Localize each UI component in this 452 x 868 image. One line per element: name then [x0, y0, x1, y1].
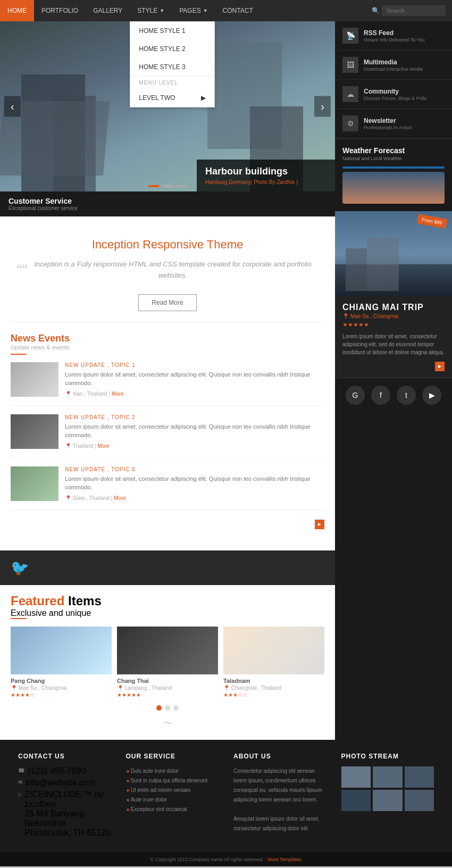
news-section: News Events Update news & events NEW UPD… [11, 322, 324, 540]
news-thumbnail-1 [11, 362, 58, 397]
featured-title-3: Taladnam [223, 678, 324, 684]
hero-dots [148, 185, 187, 187]
rss-title: RSS Feed [364, 29, 424, 37]
service-item: Sunt in culpa qui officia deserunt [126, 776, 219, 786]
twitter-icon: 🐦 [11, 559, 29, 577]
inception-quote: Inception is a Fully responsive HTML and… [16, 259, 319, 281]
rss-icon: 📡 [342, 28, 358, 44]
news-more-link-1[interactable]: More [112, 391, 124, 397]
multimedia-subtitle: Download Interactive Media [364, 66, 423, 72]
news-item: NEW UPDATE , TOPIC 6 Lorem ipsum dolor s… [11, 466, 324, 510]
service-item: Duis aute irure dolor [126, 766, 219, 776]
nav-item-portfolio[interactable]: PORTFOLIO [34, 0, 86, 21]
sidebar-link-rss[interactable]: 📡 RSS Feed Instant Info Delivered To You [335, 21, 452, 51]
twitter-banner: 🐦 [0, 550, 335, 585]
footer-photo-3 [405, 766, 434, 788]
hero-title: Harbour buildings [205, 166, 327, 177]
featured-item-1: Pang Chang 📍 Mae Sa , Chiangmai ★★★★☆ [11, 627, 112, 698]
news-item: NEW UPDATE , TOPIC 1 Lorem ipsum dolor s… [11, 362, 324, 406]
social-youtube-button[interactable]: ▶ [422, 386, 441, 405]
dropdown-item-style2[interactable]: Home Style 2 [130, 40, 214, 58]
dropdown-item-style1[interactable]: Home Style 1 [130, 22, 214, 40]
news-meta-1: 📍 Nan , Thailand | More [65, 391, 324, 397]
nav-items: HOME PORTFOLIO GALLERY STYLE ▼ Home Styl… [0, 0, 261, 21]
sidebar-link-community[interactable]: ☁ Community Discuss Forum, Blogs & Polls [335, 80, 452, 109]
feat-dot-1[interactable] [156, 705, 162, 711]
nav-item-home[interactable]: HOME [0, 0, 34, 21]
weather-title: Weather Forecast [342, 146, 445, 155]
trip-more-button[interactable]: ► [435, 362, 445, 371]
nav-search: 🔍 [372, 5, 452, 16]
news-more-link-2[interactable]: More [97, 443, 110, 449]
trip-info: CHIANG MAI TRIP 📍 Mae Sa , Chiangmai ★★★… [335, 296, 452, 378]
footer-photo-5 [373, 790, 403, 811]
phone-icon: ☎ [18, 767, 24, 773]
featured-location-1: 📍 Mae Sa , Chiangmai [11, 685, 112, 691]
footer-photo-4 [341, 790, 371, 811]
hero-dot-3[interactable] [176, 185, 187, 187]
footer-service-title: OUR SERVICE [126, 753, 219, 760]
multimedia-icon: 🖼 [342, 57, 358, 73]
footer-service: OUR SERVICE Duis aute irure dolor Sunt i… [119, 753, 227, 840]
feat-dot-3[interactable] [173, 705, 179, 711]
news-tag-3: NEW UPDATE , TOPIC 6 [65, 466, 324, 472]
nav-item-gallery[interactable]: GALLERY [86, 0, 130, 21]
nav-item-contact[interactable]: CONTACT [215, 0, 261, 21]
customer-service-title: Customer Service [9, 197, 327, 205]
sidebar-link-newsletter[interactable]: ⚙ Newsletter Professionals In Action [335, 109, 452, 138]
footer-email: ✉ info@website.com [18, 778, 111, 788]
news-content-1: NEW UPDATE , TOPIC 1 Lorem ipsum dolor s… [65, 362, 324, 397]
chevron-right-icon: ▶ [201, 94, 206, 102]
trip-card: From $99 CHIANG MAI TRIP 📍 Mae Sa , Chia… [335, 211, 452, 378]
footer-about-title: ABOUT US [233, 753, 327, 760]
featured-stars-3: ★★★☆☆ [223, 692, 324, 698]
nav-item-style[interactable]: STYLE ▼ Home Style 1 Home Style 2 Home S… [130, 0, 172, 21]
community-icon: ☁ [342, 86, 358, 102]
featured-location-3: 📍 Chiangmai , Thailand [223, 685, 324, 691]
sidebar-links: 📡 RSS Feed Instant Info Delivered To You… [335, 21, 452, 139]
hero-next-button[interactable]: › [314, 96, 331, 117]
read-more-button[interactable]: Read More [138, 294, 196, 311]
footer: CONTACT US ☎ (123) 456-7890 ✉ info@websi… [0, 740, 452, 853]
featured-title: Featured Items [11, 594, 324, 608]
news-more-link-3[interactable]: More [114, 495, 126, 501]
feat-dot-2[interactable] [165, 705, 170, 711]
footer-photos-title: PHOTO STREAM [341, 753, 434, 760]
hero-dot-2[interactable] [162, 185, 173, 187]
newsletter-title: Newsletter [364, 117, 412, 124]
trip-title: CHIANG MAI TRIP [342, 303, 445, 312]
hero-dot-1[interactable] [148, 185, 159, 187]
trip-description: Lorem ipsum dolor sit amet, consectetur … [342, 332, 445, 356]
sidebar-link-multimedia[interactable]: 🖼 Multimedia Download Interactive Media [335, 51, 452, 80]
bottom-bar: © Copyright 2013.Company name All rights… [0, 853, 452, 866]
footer-contact: CONTACT US ☎ (123) 456-7890 ✉ info@websi… [11, 753, 119, 840]
nav-item-pages[interactable]: PAGES ▼ [172, 0, 215, 21]
news-tag-2: NEW UPDATE , TOPIC 2 [65, 414, 324, 420]
search-icon: 🔍 [372, 7, 380, 14]
chevron-down-icon: ▼ [160, 8, 164, 13]
news-text-3: Lorem ipsum dolor sit amet, consectetur … [65, 474, 324, 492]
pin-icon: 📍 [65, 443, 71, 449]
dropdown-item-leveltwo[interactable]: Level Two ▶ [130, 89, 214, 107]
more-templates-link[interactable]: More Templates [267, 857, 302, 862]
hero-prev-button[interactable]: ‹ [4, 96, 21, 117]
news-thumbnail-2 [11, 414, 58, 449]
featured-item-3: Taladnam 📍 Chiangmai , Thailand ★★★☆☆ [223, 627, 324, 698]
style-dropdown: Home Style 1 Home Style 2 Home Style 3 M… [130, 21, 215, 107]
newsletter-subtitle: Professionals In Action [364, 125, 412, 130]
social-google-button[interactable]: G [346, 386, 365, 405]
news-item: NEW UPDATE , TOPIC 2 Lorem ipsum dolor s… [11, 414, 324, 458]
trip-location: 📍 Mae Sa , Chiangmai [342, 313, 445, 319]
social-twitter-button[interactable]: t [397, 386, 416, 405]
weather-bar [342, 166, 445, 169]
featured-items-grid: Pang Chang 📍 Mae Sa , Chiangmai ★★★★☆ Ch… [11, 627, 324, 698]
featured-divider [11, 618, 27, 619]
search-input[interactable] [382, 5, 446, 16]
weather-section: Weather Forecast National and Local Weat… [335, 139, 452, 211]
news-next-page[interactable]: ► [315, 520, 324, 529]
trip-stars: ★★★★★ [342, 321, 445, 328]
news-content-3: NEW UPDATE , TOPIC 6 Lorem ipsum dolor s… [65, 466, 324, 501]
dropdown-item-style3[interactable]: Home Style 3 [130, 58, 214, 76]
inception-section: Inception Responsive Theme Inception is … [11, 227, 324, 322]
social-facebook-button[interactable]: f [371, 386, 390, 405]
